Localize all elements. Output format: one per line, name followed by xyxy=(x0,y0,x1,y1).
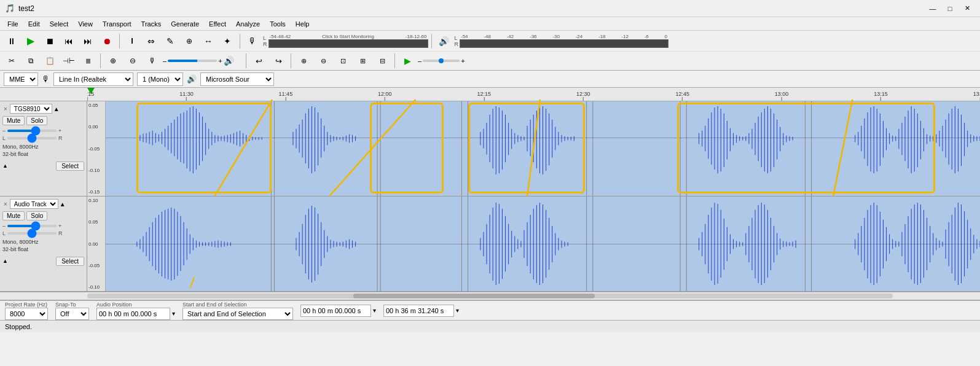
multi-tool[interactable]: ✦ xyxy=(218,33,237,50)
input-channels-select[interactable]: 1 (Mono) xyxy=(137,72,183,86)
project-rate-select[interactable]: 8000 xyxy=(5,308,48,320)
output-device-select[interactable]: Microsoft Sour xyxy=(200,72,274,86)
toolbar-row-1: ⏸ ▶ ⏹ ⏮ ⏭ ⏺ I ⇔ ✎ ⊕ ↔ ✦ 🎙 LR -54 -48 -42 xyxy=(0,31,980,52)
menu-view[interactable]: View xyxy=(73,19,98,29)
menu-select[interactable]: Select xyxy=(45,19,74,29)
menu-help[interactable]: Help xyxy=(291,19,315,29)
menu-effect[interactable]: Effect xyxy=(204,19,231,29)
track-1-close[interactable]: × xyxy=(2,106,9,112)
zoom-fit-btn[interactable]: ⊞ xyxy=(353,52,372,69)
speed-thumb xyxy=(439,58,444,63)
track-1-select[interactable]: Select xyxy=(56,162,84,171)
api-select[interactable]: MME xyxy=(4,72,38,86)
play-at-speed-btn[interactable]: ▶ xyxy=(398,52,417,69)
track-1-lr-r: R xyxy=(58,135,63,141)
h-scrollbar-thumb[interactable] xyxy=(353,294,595,298)
track-2-name-select[interactable]: Audio Track xyxy=(10,199,58,209)
selection-start-row: ▾ xyxy=(300,305,376,317)
track-2-zero-line xyxy=(106,244,980,244)
track-1-mute[interactable]: Mute xyxy=(2,116,25,125)
envelope-tool[interactable]: ⇔ xyxy=(142,33,160,50)
paste-button[interactable]: 📋 xyxy=(41,52,59,69)
output-meter-icon[interactable]: 🔊 xyxy=(435,33,453,50)
selection-tool[interactable]: I xyxy=(123,33,141,50)
input-meter-container: -54 -48 -42 Click to Start Monitoring -1… xyxy=(269,34,428,48)
track-1-name-select[interactable]: TGS8910 xyxy=(10,104,52,114)
input-device-select[interactable]: Line In (Realtek xyxy=(53,72,133,86)
zoom-out-tool[interactable]: ⊖ xyxy=(123,52,142,69)
zoom-sel-btn[interactable]: ⊡ xyxy=(334,52,352,69)
selection-start-input[interactable] xyxy=(300,305,371,317)
selection-end-input[interactable] xyxy=(383,305,454,317)
play-button[interactable]: ▶ xyxy=(22,33,40,50)
selection-end-row: ▾ xyxy=(383,305,459,317)
cut-button[interactable]: ✂ xyxy=(2,52,21,69)
skip-back-button[interactable]: ⏮ xyxy=(60,33,78,50)
divider-4 xyxy=(100,53,101,68)
pencil-tool[interactable]: ✎ xyxy=(161,33,179,50)
track-1-vol-minus: – xyxy=(2,128,6,134)
track-2-expand[interactable]: ▲ xyxy=(2,258,8,264)
input-monitor-btn[interactable]: 🎙 xyxy=(143,52,162,69)
device-row: MME 🎙 Line In (Realtek 1 (Mono) 🔊 Micros… xyxy=(0,71,980,88)
skip-forward-button[interactable]: ⏭ xyxy=(79,33,97,50)
maximize-button[interactable]: □ xyxy=(942,2,958,15)
menu-tools[interactable]: Tools xyxy=(265,19,291,29)
scrollbar-area[interactable] xyxy=(0,292,980,300)
zoom-in-tool[interactable]: ⊕ xyxy=(104,52,122,69)
track-2-mute[interactable]: Mute xyxy=(2,211,25,220)
silence-button[interactable]: ≣ xyxy=(79,52,97,69)
track-2-waveform[interactable]: 0.10 0.05 0.00 -0.05 -0.10 xyxy=(87,197,980,291)
menu-tracks[interactable]: Tracks xyxy=(136,19,167,29)
track-2-collapse[interactable]: ▲ xyxy=(60,201,66,208)
track-2-scale: 0.10 0.05 0.00 -0.05 -0.10 xyxy=(87,197,106,291)
menu-transport[interactable]: Transport xyxy=(98,19,136,29)
selection-type-select[interactable]: Start and End of Selection xyxy=(182,308,293,320)
close-button[interactable]: ✕ xyxy=(959,2,975,15)
track-1-waveform[interactable]: 0.05 0.00 -0.05 -0.10 -0.15 xyxy=(87,101,980,196)
input-meter-bar[interactable] xyxy=(269,39,428,48)
redo-button[interactable]: ↪ xyxy=(269,52,288,69)
selection-end-spinner[interactable]: ▾ xyxy=(456,307,459,314)
copy-button[interactable]: ⧉ xyxy=(22,52,40,69)
snap-to-select[interactable]: Off xyxy=(55,308,89,320)
timeshift-tool[interactable]: ↔ xyxy=(199,33,218,50)
toolbar-area: ⏸ ▶ ⏹ ⏮ ⏭ ⏺ I ⇔ ✎ ⊕ ↔ ✦ 🎙 LR -54 -48 -42 xyxy=(0,31,980,71)
menu-generate[interactable]: Generate xyxy=(166,19,204,29)
zoom-fit2-btn[interactable]: ⊟ xyxy=(373,52,391,69)
zoom-tool[interactable]: ⊕ xyxy=(180,33,198,50)
zoom-out-btn[interactable]: ⊖ xyxy=(314,52,332,69)
track-1-header: × TGS8910 ▲ xyxy=(2,104,84,114)
input-device-icon: 🎙 xyxy=(42,74,50,84)
pause-button[interactable]: ⏸ xyxy=(2,33,21,50)
audio-position-spinner[interactable]: ▾ xyxy=(172,310,175,317)
window-controls: — □ ✕ xyxy=(925,2,975,15)
track-1-collapse[interactable]: ▲ xyxy=(53,106,60,112)
selection-start-spinner[interactable]: ▾ xyxy=(373,307,376,314)
zoom-in-btn[interactable]: ⊕ xyxy=(294,52,313,69)
track-1-solo[interactable]: Solo xyxy=(26,116,47,125)
menu-edit[interactable]: Edit xyxy=(23,19,45,29)
track-2-volume-slider[interactable] xyxy=(7,225,57,227)
status-bar: Stopped. xyxy=(0,320,980,332)
track-1-pan-slider[interactable] xyxy=(7,137,57,139)
undo-button[interactable]: ↩ xyxy=(249,52,268,69)
track-1-volume-slider[interactable] xyxy=(7,130,57,132)
track-2-pan-slider[interactable] xyxy=(7,232,57,235)
track-2-solo[interactable]: Solo xyxy=(26,211,47,220)
record-button[interactable]: ⏺ xyxy=(98,33,116,50)
track-1-expand[interactable]: ▲ xyxy=(2,163,8,169)
input-meter-icon[interactable]: 🎙 xyxy=(243,33,262,50)
track-1-name-row: × TGS8910 ▲ xyxy=(2,104,60,114)
tool-buttons: I ⇔ ✎ ⊕ ↔ ✦ xyxy=(123,33,237,50)
trim-button[interactable]: ⊣⊢ xyxy=(60,52,78,69)
track-2-select[interactable]: Select xyxy=(56,257,84,266)
menu-analyze[interactable]: Analyze xyxy=(231,19,265,29)
audio-position-input[interactable] xyxy=(96,308,170,320)
stop-button[interactable]: ⏹ xyxy=(41,33,59,50)
menu-file[interactable]: File xyxy=(2,19,23,29)
h-scrollbar-track[interactable] xyxy=(87,294,893,298)
track-2-close[interactable]: × xyxy=(2,201,9,208)
minimize-button[interactable]: — xyxy=(925,2,941,15)
output-meter-bar[interactable] xyxy=(460,39,668,48)
